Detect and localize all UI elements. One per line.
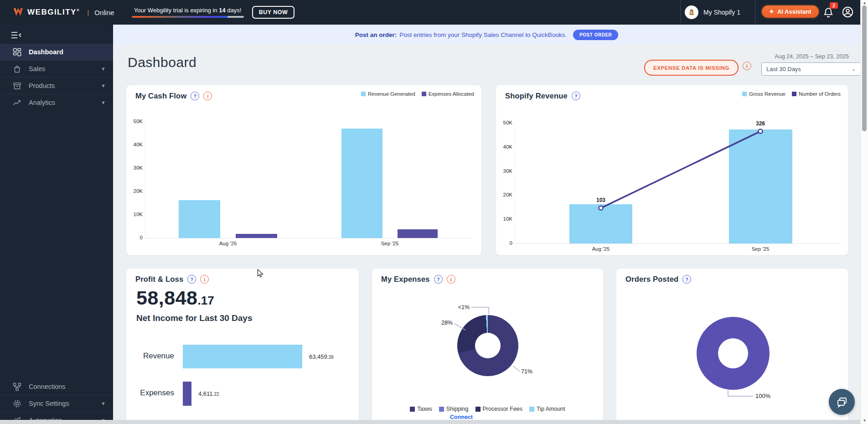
y-axis-line — [145, 122, 145, 238]
bar-revenue-generated — [341, 129, 382, 238]
card-orders-posted: Orders Posted ? 100% — [616, 269, 848, 424]
card-my-expenses: My Expenses ? i <1% 28% 71% TaxesShippin… — [372, 269, 603, 424]
sidebar-item-sync-settings[interactable]: Sync Settings▼ — [0, 395, 113, 412]
legend-label: Revenue Generated — [368, 91, 415, 97]
collapse-sidebar-icon[interactable] — [11, 31, 22, 39]
y-tick-label: 40K — [127, 142, 143, 147]
sidebar-item-label: Dashboard — [29, 48, 106, 56]
sales-bag-icon — [13, 65, 21, 73]
taxes-callout: 71% — [521, 368, 532, 375]
buy-now-button[interactable]: BUY NOW — [252, 6, 295, 19]
post-order-button[interactable]: POST ORDER — [573, 30, 618, 40]
x-category-label: Sep '25 — [369, 241, 410, 246]
expense-warning-info-icon[interactable]: i — [743, 62, 751, 70]
brand-mode-label: Online — [94, 9, 114, 16]
y-tick-label: 50K — [127, 119, 143, 124]
date-range-select[interactable]: Last 30 Days ⌄ — [761, 62, 861, 76]
revenue-row-label: Revenue — [126, 352, 174, 361]
legend-swatch — [529, 407, 534, 412]
orders-posted-callout: 100% — [755, 393, 770, 399]
y-tick-label: 30K — [127, 165, 143, 171]
info-icon[interactable]: i — [203, 92, 212, 100]
profit-loss-title: Profit & Loss — [135, 275, 183, 284]
line-point-label: 103 — [587, 197, 615, 203]
legend-swatch — [361, 92, 366, 96]
chat-button[interactable] — [829, 389, 855, 415]
legend-label: Tip Amount — [537, 406, 565, 412]
horizontal-scrollbar[interactable] — [0, 420, 860, 424]
account-user-icon[interactable] — [842, 6, 854, 19]
webgility-logo-icon — [13, 7, 24, 17]
y-tick-label: 20K — [127, 188, 143, 194]
sidebar-nav-top: DashboardSales▼Products▼Analytics▼ — [0, 44, 113, 111]
cash-flow-title: My Cash Flow — [135, 92, 186, 100]
connections-icon — [13, 383, 21, 391]
brand-name: WEBGILITY® — [27, 8, 80, 17]
legend-item: Expenses Allocated — [422, 91, 474, 97]
chevron-down-icon: ▼ — [101, 401, 106, 406]
webgility-logo[interactable]: WEBGILITY® | Online — [13, 7, 114, 17]
y-tick-label: 0 — [127, 235, 143, 240]
vertical-scrollbar[interactable]: ▲ ▼ — [860, 0, 868, 424]
post-order-banner: Post an order: Post entries from your Sh… — [113, 25, 860, 45]
chevron-down-icon: ▼ — [101, 83, 106, 88]
net-income-value: 58,848.17 — [136, 287, 214, 309]
legend-item: Taxes — [410, 406, 432, 412]
webgility-dashboard-app: WEBGILITY® | Online Your Webgility trial… — [0, 0, 868, 424]
legend-swatch — [439, 407, 444, 412]
topbar: WEBGILITY® | Online Your Webgility trial… — [0, 0, 860, 25]
brand-divider: | — [87, 9, 89, 16]
sidebar-item-dashboard[interactable]: Dashboard — [0, 44, 113, 60]
sync-settings-gear-icon — [13, 399, 21, 408]
sidebar-item-label: Products — [29, 82, 93, 89]
notification-count-badge: 2 — [830, 2, 838, 9]
date-range-selected: Last 30 Days — [766, 66, 801, 72]
sidebar-item-label: Connections — [29, 383, 106, 390]
scroll-down-arrow[interactable]: ▼ — [861, 419, 868, 423]
banner-text: Post entries from your Shopify Sales Cha… — [399, 31, 567, 38]
y-tick-label: 10K — [127, 212, 143, 217]
trial-banner: Your Webgility trial is expiring in 14 d… — [132, 7, 244, 18]
processor-fees-callout: 28% — [431, 320, 453, 326]
store-selector[interactable]: S My Shopify 1 — [685, 0, 740, 25]
help-icon[interactable]: ? — [191, 92, 199, 100]
sidebar-item-label: Sync Settings — [29, 400, 93, 407]
bar-revenue-generated — [179, 200, 220, 238]
help-icon[interactable]: ? — [187, 275, 196, 284]
chevron-down-icon: ▼ — [101, 66, 106, 72]
ai-assistant-button[interactable]: ✦ AI Assistant — [762, 5, 819, 18]
page-title: Dashboard — [128, 55, 196, 70]
expenses-bar — [183, 382, 191, 406]
info-icon[interactable]: i — [200, 275, 209, 284]
scrollbar-thumb[interactable] — [862, 5, 867, 131]
x-category-label: Aug '25 — [207, 241, 248, 246]
sidebar-item-connections[interactable]: Connections — [0, 378, 113, 395]
legend-label: Processor Fees — [483, 406, 523, 412]
sidebar-item-label: Sales — [29, 65, 93, 72]
legend-swatch — [475, 407, 480, 412]
scroll-up-arrow[interactable]: ▲ — [861, 1, 868, 5]
card-shopify-revenue: Shopify Revenue ? Gross RevenueNumber of… — [496, 85, 848, 255]
legend-item: Tip Amount — [529, 406, 565, 412]
expenses-legend: TaxesShippingProcessor FeesTip Amount — [372, 406, 603, 412]
connect-link[interactable]: Connect — [450, 414, 473, 420]
expense-warning-badge: EXPENSE DATA IS MISSING — [644, 60, 739, 76]
chat-icon — [836, 396, 848, 408]
sidebar-nav-bottom: ConnectionsSync Settings▼Automation▼ — [0, 378, 113, 424]
x-category-label: Sep '25 — [740, 246, 781, 252]
legend-item: Processor Fees — [475, 406, 523, 412]
legend-swatch — [410, 407, 415, 412]
cash-flow-legend: Revenue GeneratedExpenses Allocated — [361, 91, 474, 97]
sidebar-item-sales[interactable]: Sales▼ — [0, 60, 113, 77]
sidebar-item-analytics[interactable]: Analytics▼ — [0, 94, 113, 111]
products-box-icon — [13, 82, 21, 90]
dashboard-grid-icon — [13, 48, 21, 57]
date-range-label: Aug 24, 2025 – Sep 23, 2025 — [711, 53, 849, 60]
card-profit-loss: Profit & Loss ? i 58,848.17 Net Income f… — [126, 269, 359, 424]
expenses-value: 4,611.22 — [198, 390, 219, 397]
expenses-row-label: Expenses — [126, 388, 174, 398]
chevron-down-icon: ⌄ — [852, 66, 856, 72]
sidebar-item-products[interactable]: Products▼ — [0, 77, 113, 94]
analytics-chart-icon — [13, 98, 21, 107]
orders-callout-line — [616, 269, 848, 424]
